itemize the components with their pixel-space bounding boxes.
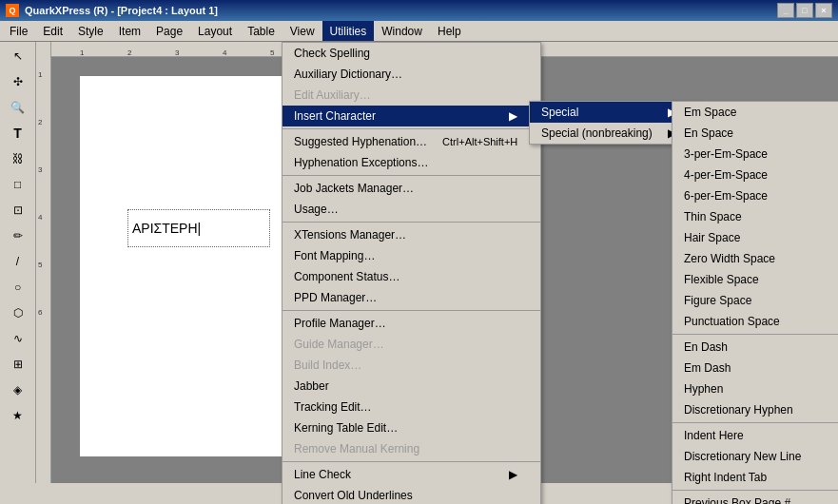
- menu-kerning-table[interactable]: Kerning Table Edit…: [283, 417, 540, 438]
- menu-hyph-exceptions[interactable]: Hyphenation Exceptions…: [283, 152, 540, 173]
- menu-6-per-em[interactable]: 6-per-Em-Space: [672, 185, 838, 206]
- menu-disc-hyphen[interactable]: Discretionary Hyphen: [672, 399, 838, 420]
- menu-item[interactable]: Item: [111, 21, 148, 41]
- menu-ppd-manager[interactable]: PPD Manager…: [283, 287, 540, 308]
- tool-pointer[interactable]: ↖: [5, 44, 31, 68]
- tools-panel: ↖ ✣ 🔍 T ⛓ □ ⊡ ✏ / ○ ⬡ ∿ ⊞ ◈ ★: [0, 42, 36, 483]
- menu-font-mapping[interactable]: Font Mapping…: [283, 245, 540, 266]
- menu-convert-underlines[interactable]: Convert Old Underlines: [283, 485, 540, 504]
- menu-punctuation-space[interactable]: Punctuation Space: [672, 311, 838, 332]
- menu-file[interactable]: File: [2, 21, 35, 41]
- app-icon: Q: [6, 4, 19, 17]
- menu-disc-new-line[interactable]: Discretionary New Line: [672, 446, 838, 467]
- insert-char-arrow: ▶: [509, 109, 517, 123]
- hyph-shortcut: Ctrl+Alt+Shift+H: [442, 136, 517, 147]
- special-sep1: [672, 334, 838, 335]
- menu-hair-space[interactable]: Hair Space: [672, 227, 838, 248]
- tool-bezier[interactable]: ∿: [5, 326, 31, 351]
- tool-oval[interactable]: ○: [5, 275, 31, 300]
- ruler-vertical: 1 2 3 4 5 6: [36, 42, 51, 483]
- close-button[interactable]: ×: [815, 3, 832, 18]
- menu-utilities[interactable]: Utilities: [322, 21, 375, 41]
- menu-en-dash[interactable]: En Dash: [672, 337, 838, 358]
- menu-suggested-hyph[interactable]: Suggested Hyphenation… Ctrl+Alt+Shift+H: [283, 131, 540, 152]
- maximize-button[interactable]: □: [796, 3, 813, 18]
- tool-star[interactable]: ★: [5, 403, 31, 428]
- minimize-button[interactable]: _: [777, 3, 794, 18]
- sep1: [283, 128, 540, 129]
- menu-em-dash[interactable]: Em Dash: [672, 358, 838, 378]
- sep5: [283, 461, 540, 462]
- ruler-h-inner: 1 2 3 4 5 6: [51, 42, 55, 57]
- menu-help[interactable]: Help: [430, 21, 469, 41]
- menu-bar: File Edit Style Item Page Layout Table V…: [0, 21, 838, 42]
- menu-indent-here[interactable]: Indent Here: [672, 425, 838, 446]
- menu-hyphen[interactable]: Hyphen: [672, 378, 838, 399]
- menu-page[interactable]: Page: [148, 21, 190, 41]
- menu-4-per-em[interactable]: 4-per-Em-Space: [672, 165, 838, 185]
- tool-pen[interactable]: ✏: [5, 223, 31, 248]
- text-box-content: ΑΡΙΣΤΕΡΗ|: [132, 221, 201, 236]
- menu-flexible-space[interactable]: Flexible Space: [672, 269, 838, 290]
- title-text: QuarkXPress (R) - [Project4 : Layout 1]: [25, 5, 218, 16]
- tool-pic-rect[interactable]: ⊡: [5, 198, 31, 223]
- tool-compose[interactable]: ◈: [5, 378, 31, 402]
- tool-rect[interactable]: □: [5, 172, 31, 197]
- sep3: [283, 222, 540, 223]
- menu-table[interactable]: Table: [240, 21, 283, 41]
- line-check-arrow: ▶: [509, 468, 517, 481]
- menu-insert-char[interactable]: Insert Character ▶: [283, 106, 540, 126]
- menu-prev-box-page[interactable]: Previous Box Page #: [672, 493, 838, 504]
- menu-job-jackets[interactable]: Job Jackets Manager…: [283, 178, 540, 199]
- tool-table[interactable]: ⊞: [5, 352, 31, 377]
- menu-view[interactable]: View: [283, 21, 322, 41]
- special-sep3: [672, 490, 838, 491]
- menu-3-per-em[interactable]: 3-per-Em-Space: [672, 144, 838, 165]
- menu-usage[interactable]: Usage…: [283, 199, 540, 220]
- menu-check-spelling[interactable]: Check Spelling: [283, 43, 540, 64]
- menu-layout[interactable]: Layout: [190, 21, 240, 41]
- menu-style[interactable]: Style: [70, 21, 111, 41]
- menu-build-index: Build Index…: [283, 355, 540, 376]
- tool-chain[interactable]: ⛓: [5, 146, 31, 171]
- menu-remove-kerning: Remove Manual Kerning: [283, 438, 540, 459]
- menu-window[interactable]: Window: [374, 21, 430, 41]
- menu-line-check[interactable]: Line Check ▶: [283, 464, 540, 485]
- menu-jabber[interactable]: Jabber: [283, 376, 540, 397]
- special-submenu[interactable]: Em Space En Space 3-per-Em-Space 4-per-E…: [672, 101, 838, 504]
- menu-component-status[interactable]: Component Status…: [283, 266, 540, 287]
- sep2: [283, 175, 540, 176]
- sep4: [283, 310, 540, 311]
- menu-edit-aux: Edit Auxiliary…: [283, 85, 540, 106]
- tool-line[interactable]: /: [5, 249, 31, 274]
- tool-text[interactable]: T: [5, 121, 31, 145]
- tool-polygon[interactable]: ⬡: [5, 300, 31, 325]
- title-bar-buttons: _ □ ×: [777, 3, 832, 18]
- special-sep2: [672, 422, 838, 423]
- menu-right-indent-tab[interactable]: Right Indent Tab: [672, 467, 838, 488]
- tool-move[interactable]: ✣: [5, 69, 31, 94]
- menu-guide-manager: Guide Manager…: [283, 334, 540, 355]
- menu-figure-space[interactable]: Figure Space: [672, 290, 838, 311]
- menu-thin-space[interactable]: Thin Space: [672, 206, 838, 227]
- menu-edit[interactable]: Edit: [35, 21, 70, 41]
- menu-en-space[interactable]: En Space: [672, 123, 838, 144]
- menu-tracking-edit[interactable]: Tracking Edit…: [283, 397, 540, 417]
- utilities-dropdown[interactable]: Check Spelling Auxiliary Dictionary… Edi…: [282, 42, 541, 504]
- menu-profile-manager[interactable]: Profile Manager…: [283, 313, 540, 334]
- text-box[interactable]: ΑΡΙΣΤΕΡΗ|: [127, 209, 270, 247]
- tool-zoom[interactable]: 🔍: [5, 95, 31, 120]
- menu-em-space[interactable]: Em Space: [672, 102, 838, 123]
- menu-xtensions[interactable]: XTensions Manager…: [283, 224, 540, 245]
- menu-zero-width-space[interactable]: Zero Width Space: [672, 248, 838, 269]
- title-bar: Q QuarkXPress (R) - [Project4 : Layout 1…: [0, 0, 838, 21]
- menu-aux-dict[interactable]: Auxiliary Dictionary…: [283, 64, 540, 85]
